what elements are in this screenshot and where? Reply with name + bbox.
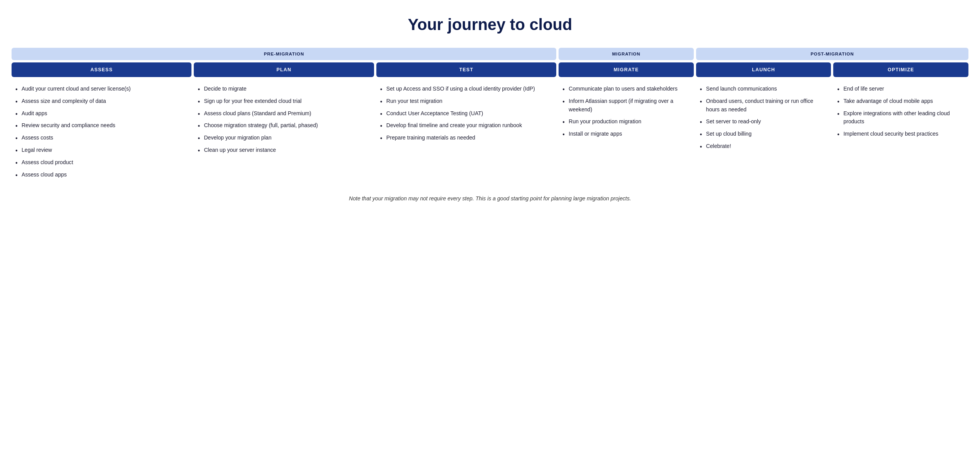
list-item: Clean up your server instance — [198, 146, 370, 155]
list-item: Set server to read-only — [700, 118, 827, 126]
list-item: Run your test migration — [380, 97, 552, 106]
stage-launch: LAUNCH — [696, 62, 831, 77]
list-item: Set up cloud billing — [700, 130, 827, 138]
list-item: Implement cloud security best practices — [837, 130, 965, 138]
phase-post-migration: POST-MIGRATION — [696, 48, 968, 60]
content-row: Audit your current cloud and server lice… — [12, 82, 968, 186]
list-item: Celebrate! — [700, 142, 827, 151]
list-item: Assess cloud product — [15, 158, 188, 167]
list-item: Decide to migrate — [198, 85, 370, 93]
stage-assess: ASSESS — [12, 62, 191, 77]
list-item: Audit your current cloud and server lice… — [15, 85, 188, 93]
list-item: Run your production migration — [562, 118, 690, 126]
list-item: Legal review — [15, 146, 188, 155]
stage-migrate: MIGRATE — [559, 62, 694, 77]
stage-header-row: ASSESS PLAN TEST MIGRATE LAUNCH OPTIMIZE — [12, 62, 968, 77]
list-item: Communicate plan to users and stakeholde… — [562, 85, 690, 93]
list-item: Install or migrate apps — [562, 130, 690, 138]
list-item: Prepare training materials as needed — [380, 134, 552, 142]
list-item: Conduct User Acceptance Testing (UAT) — [380, 109, 552, 118]
stage-plan: PLAN — [194, 62, 374, 77]
page-title: Your journey to cloud — [12, 15, 968, 34]
list-item: Send launch communications — [700, 85, 827, 93]
content-cell-optimize: End of life serverTake advantage of clou… — [833, 82, 968, 186]
list-item: Choose migration strategy (full, partial… — [198, 121, 370, 130]
content-cell-launch: Send launch communicationsOnboard users,… — [696, 82, 831, 186]
list-item: Sign up for your free extended cloud tri… — [198, 97, 370, 106]
stage-optimize: OPTIMIZE — [833, 62, 968, 77]
content-cell-assess: Audit your current cloud and server lice… — [12, 82, 191, 186]
list-item: Assess cloud apps — [15, 171, 188, 179]
list-item: Set up Access and SSO if using a cloud i… — [380, 85, 552, 93]
list-item: Assess cloud plans (Standard and Premium… — [198, 109, 370, 118]
list-item: Review security and compliance needs — [15, 121, 188, 130]
stage-test: TEST — [376, 62, 556, 77]
phase-pre-migration: PRE-MIGRATION — [12, 48, 556, 60]
phase-migration: MIGRATION — [559, 48, 694, 60]
list-item: Take advantage of cloud mobile apps — [837, 97, 965, 106]
list-item: Assess costs — [15, 134, 188, 142]
content-cell-migrate: Communicate plan to users and stakeholde… — [559, 82, 694, 186]
content-cell-plan: Decide to migrateSign up for your free e… — [194, 82, 374, 186]
phase-header-row: PRE-MIGRATION MIGRATION POST-MIGRATION — [12, 48, 968, 60]
list-item: End of life server — [837, 85, 965, 93]
list-item: Assess size and complexity of data — [15, 97, 188, 106]
list-item: Explore integrations with other leading … — [837, 109, 965, 126]
list-item: Develop your migration plan — [198, 134, 370, 142]
list-item: Inform Atlassian support (if migrating o… — [562, 97, 690, 114]
footnote: Note that your migration may not require… — [12, 195, 968, 202]
list-item: Audit apps — [15, 109, 188, 118]
content-cell-test: Set up Access and SSO if using a cloud i… — [376, 82, 556, 186]
list-item: Develop final timeline and create your m… — [380, 121, 552, 130]
list-item: Onboard users, conduct training or run o… — [700, 97, 827, 114]
